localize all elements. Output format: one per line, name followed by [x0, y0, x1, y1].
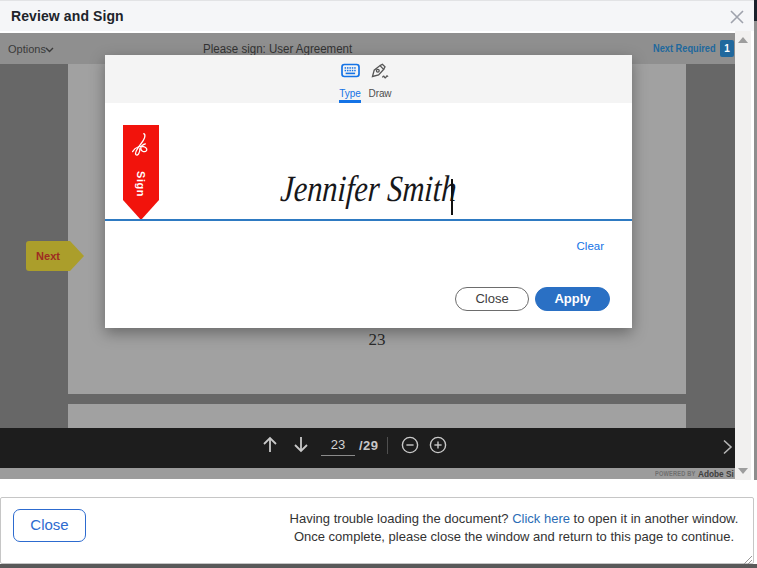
- powered-by-label: POWERED BYAdobe Si: [655, 468, 734, 479]
- clear-link[interactable]: Clear: [105, 240, 604, 252]
- chevron-down-icon[interactable]: [45, 47, 54, 53]
- adobe-logo-icon: [129, 131, 153, 163]
- pen-icon: [364, 63, 396, 80]
- footer-message-line1: Having trouble loading the document? Cli…: [290, 511, 739, 526]
- scrollbar[interactable]: [735, 31, 751, 480]
- pdf-toolbar: 23 /29: [0, 428, 735, 468]
- active-tab-underline: [339, 100, 361, 103]
- dialog-title-bar: Review and Sign: [0, 0, 754, 31]
- footer-panel: Close Having trouble loading the documen…: [0, 497, 754, 564]
- powered-by-strip: POWERED BYAdobe Si: [0, 468, 735, 479]
- tab-draw-label: Draw: [369, 88, 392, 99]
- options-menu[interactable]: Options: [8, 43, 46, 55]
- text-caret: [451, 179, 453, 215]
- page-up-icon[interactable]: [262, 436, 278, 457]
- page-number-input[interactable]: 23: [321, 437, 355, 456]
- page-number-label: 23: [68, 330, 686, 350]
- next-field-tag[interactable]: Next: [26, 241, 70, 271]
- dialog-title: Review and Sign: [11, 8, 124, 24]
- next-tag-arrow: [70, 241, 84, 271]
- next-required-count-badge: 1: [720, 40, 734, 57]
- footer-message: Having trouble loading the document? Cli…: [283, 510, 745, 545]
- expand-right-icon[interactable]: [721, 438, 733, 460]
- footer-message-line2: Once complete, please close the window a…: [294, 529, 734, 544]
- keyboard-icon: [334, 63, 366, 80]
- footer-message-post: to open it in another window.: [570, 511, 738, 526]
- click-here-link[interactable]: Click here: [512, 511, 570, 526]
- powered-by-prefix: POWERED BY: [655, 470, 695, 477]
- signature-close-button[interactable]: Close: [455, 287, 529, 311]
- document-title: Please sign: User Agreement: [203, 42, 352, 56]
- next-tag-label: Next: [26, 250, 70, 262]
- signature-baseline: [105, 219, 632, 221]
- zoom-out-icon[interactable]: [401, 436, 419, 458]
- next-required-link[interactable]: Next Required: [653, 42, 716, 54]
- page-total-label: /29: [359, 438, 379, 453]
- bottom-strip: [0, 564, 757, 568]
- powered-by-brand: Adobe Si: [698, 468, 734, 479]
- sign-ribbon-label: Sign: [135, 166, 147, 202]
- scrollbar-up-icon[interactable]: [738, 37, 748, 43]
- zoom-in-icon[interactable]: [429, 436, 447, 458]
- page-down-icon[interactable]: [293, 436, 309, 457]
- signature-text[interactable]: Jennifer Smith: [151, 167, 586, 210]
- tab-type-label: Type: [339, 88, 360, 99]
- close-icon[interactable]: [727, 7, 747, 27]
- signature-dialog: Type Draw Sign Jennifer Smith: [105, 55, 632, 328]
- tab-draw[interactable]: Draw: [364, 63, 396, 101]
- footer-close-button[interactable]: Close: [13, 509, 86, 542]
- tab-type[interactable]: Type: [334, 63, 366, 101]
- footer-message-pre: Having trouble loading the document?: [290, 511, 513, 526]
- toolbar-separator: [387, 437, 388, 454]
- apply-button[interactable]: Apply: [535, 287, 610, 311]
- scrollbar-down-icon[interactable]: [738, 468, 748, 474]
